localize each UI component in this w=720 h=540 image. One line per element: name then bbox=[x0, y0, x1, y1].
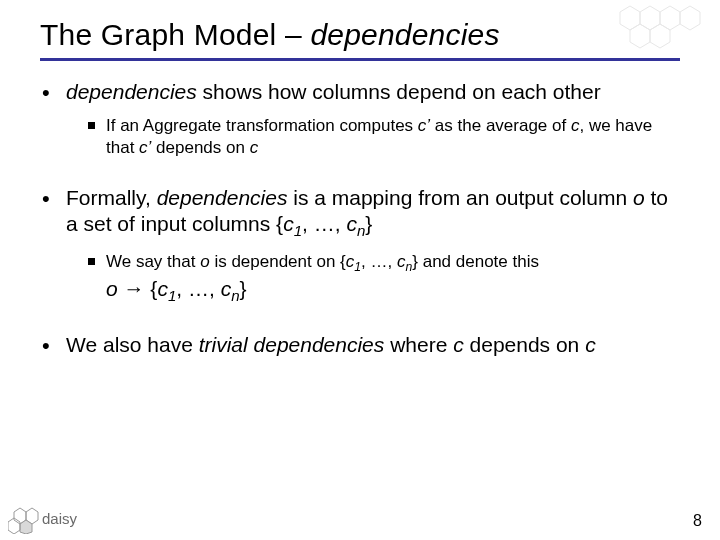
bullet-2: Formally, dependencies is a mapping from… bbox=[42, 185, 680, 306]
svg-marker-2 bbox=[660, 6, 680, 30]
svg-marker-4 bbox=[650, 24, 670, 48]
slide-title: The Graph Model – dependencies bbox=[40, 18, 680, 52]
logo-text: daisy bbox=[42, 510, 78, 527]
hex-decoration-icon bbox=[600, 4, 720, 58]
arrow-icon: → bbox=[118, 277, 151, 300]
bullet-3: We also have trivial dependencies where … bbox=[42, 332, 680, 358]
svg-marker-1 bbox=[640, 6, 660, 30]
svg-marker-0 bbox=[620, 6, 640, 30]
bullet-1: dependencies shows how columns depend on… bbox=[42, 79, 680, 159]
page-number: 8 bbox=[693, 512, 702, 530]
bullet-2-sub-1: We say that o is dependent on {c1, …, cn… bbox=[88, 251, 680, 306]
slide: The Graph Model – dependencies dependenc… bbox=[0, 0, 720, 540]
svg-marker-3 bbox=[630, 24, 650, 48]
bullet-list: dependencies shows how columns depend on… bbox=[40, 79, 680, 358]
bullet-1-post: shows how columns depend on each other bbox=[197, 80, 601, 103]
title-emph: dependencies bbox=[310, 18, 499, 51]
title-prefix: The Graph Model – bbox=[40, 18, 310, 51]
bullet-1-emph: dependencies bbox=[66, 80, 197, 103]
daisy-logo: daisy bbox=[8, 498, 108, 534]
title-rule bbox=[40, 58, 680, 61]
svg-marker-5 bbox=[680, 6, 700, 30]
svg-marker-8 bbox=[20, 520, 32, 534]
bullet-1-sub-1: If an Aggregate transformation computes … bbox=[88, 115, 680, 159]
